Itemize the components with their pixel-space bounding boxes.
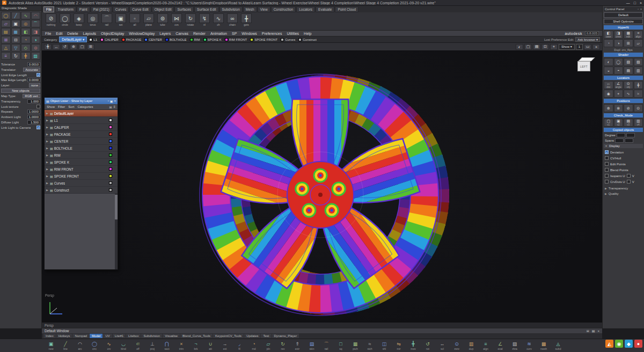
- layer-color-chip[interactable]: [109, 146, 112, 150]
- shelf-tab[interactable]: Object Edit: [152, 6, 174, 12]
- shelf-tool-button[interactable]: ⋈ cvs: [170, 13, 183, 27]
- link-light-checkbox[interactable]: [36, 126, 40, 129]
- copied-objects-header[interactable]: Copied objects: [604, 128, 643, 132]
- shelf-tool-button[interactable]: ⋂ sect: [160, 341, 174, 350]
- transparency-field[interactable]: 1.000: [27, 99, 40, 104]
- panel-tool-button[interactable]: ▤ v3: [624, 119, 633, 127]
- shelf-tab[interactable]: Surface Edit: [194, 6, 218, 12]
- palette-tool-button[interactable]: ◑: [31, 36, 41, 43]
- display-checkbox[interactable]: [605, 168, 609, 172]
- spans-field-v[interactable]: [625, 138, 633, 143]
- panel-close-button[interactable]: ×: [640, 8, 642, 11]
- shelf-tab[interactable]: Transform: [55, 6, 76, 12]
- shelf-tab[interactable]: Pal (2021): [91, 6, 112, 12]
- lister-close-button[interactable]: ×: [114, 99, 116, 102]
- shelf-tool-button[interactable]: ≈ stch: [363, 341, 377, 350]
- layer-row[interactable]: ▶ ▤ CALIPER: [45, 124, 118, 131]
- shelf-tool-button[interactable]: ◬ subd: [551, 341, 565, 350]
- palette-tool-button[interactable]: ⊟: [11, 36, 21, 43]
- layer-chip[interactable]: Construct: [298, 38, 317, 41]
- layer-row[interactable]: ▶ ▤ SPOKE FRONT: [45, 173, 118, 180]
- shelf-tool-button[interactable]: ▥ dup: [464, 341, 478, 350]
- panel-tool-button[interactable]: ▤: [624, 67, 633, 75]
- map-type-dropdown[interactable]: RGB vert: [23, 94, 40, 98]
- lister-scrollbar-thumb[interactable]: [115, 195, 118, 219]
- layer-color-chip[interactable]: [109, 119, 112, 122]
- shelf-tool-button[interactable]: ╋ mov: [406, 341, 420, 350]
- palette-tool-button[interactable]: ▦: [11, 28, 21, 35]
- layer-color-chip[interactable]: [109, 133, 112, 136]
- layer-color-chip[interactable]: [109, 188, 112, 192]
- expand-arrow-icon[interactable]: ▶: [46, 167, 49, 171]
- panel-tool-button[interactable]: ▧: [634, 58, 643, 66]
- positions-section-header[interactable]: Positions: [604, 99, 643, 103]
- display-checkbox[interactable]: [605, 174, 609, 178]
- minimize-button[interactable]: —: [626, 1, 630, 5]
- shelf-tool-button[interactable]: ↻ rotate: [184, 13, 197, 27]
- panel-tool-button[interactable]: ◨ crest: [614, 31, 624, 39]
- shelf-tool-button[interactable]: ∠ eval: [493, 341, 507, 350]
- palette-tool-button[interactable]: ◧: [21, 28, 31, 35]
- shelf-tab[interactable]: Subdivision: [219, 6, 243, 12]
- panel-tool-button[interactable]: ◑: [614, 39, 624, 47]
- ambient-field[interactable]: 1.0000: [27, 115, 40, 119]
- lister-menu-item[interactable]: Categories: [77, 105, 93, 108]
- palette-tool-button[interactable]: ▨: [31, 52, 41, 60]
- viewport-tool-button[interactable]: ╋: [44, 44, 52, 50]
- expand-arrow-icon[interactable]: ▶: [46, 126, 49, 129]
- shelf-tool-button[interactable]: ◡ blnd: [116, 341, 130, 350]
- panel-tool-button[interactable]: ▨: [624, 58, 633, 66]
- shell-optimize-button[interactable]: Shell Optimize: [604, 19, 643, 24]
- palette-tool-button[interactable]: △: [1, 44, 11, 52]
- bottom-shelf-tab[interactable]: Hotkeys: [56, 334, 72, 338]
- shelf-tool-button[interactable]: ↯ nl: [198, 13, 211, 27]
- bottom-shelf-tab[interactable]: Model: [90, 334, 103, 338]
- shelf-tool-button[interactable]: ≡ algn: [479, 341, 493, 350]
- shelf-tool-button[interactable]: ◠ arc: [73, 341, 87, 350]
- menu-item[interactable]: WindowDisplay: [129, 32, 155, 35]
- expand-arrow-icon[interactable]: ▶: [46, 181, 49, 185]
- shelf-tool-button[interactable]: ⊜ tube: [156, 13, 169, 27]
- shelf-tool-button[interactable]: ⊥ proj: [145, 341, 159, 350]
- panel-tool-button[interactable]: ⊕: [604, 104, 613, 112]
- maximize-button[interactable]: □: [634, 1, 636, 5]
- panel-tool-button[interactable]: ◓: [614, 67, 624, 75]
- palette-tool-button[interactable]: ⌒: [31, 20, 41, 27]
- expand-arrow-icon[interactable]: ▶: [46, 174, 49, 178]
- tolerance-field[interactable]: 0.0010: [27, 62, 40, 67]
- bottom-shelf-tab[interactable]: Index: [43, 334, 56, 338]
- shelf-tool-button[interactable]: ↺ rot: [421, 341, 435, 350]
- viewport-tool-button[interactable]: ◐: [516, 44, 523, 50]
- shelf-tool-button[interactable]: ¬ brk: [189, 341, 203, 350]
- panel-tool-button[interactable]: ▥: [634, 67, 643, 75]
- shelf-tool-button[interactable]: ▦ ptch: [348, 341, 362, 350]
- shelf-tab[interactable]: Construction: [271, 6, 296, 12]
- shelf-tab[interactable]: View: [258, 6, 270, 12]
- shader-section-header[interactable]: Shader: [604, 53, 643, 57]
- panel-tool-button[interactable]: ◯: [614, 58, 624, 66]
- menu-item[interactable]: SP: [232, 32, 237, 35]
- shelf-tool-button[interactable]: ▱ plane: [142, 13, 155, 27]
- palette-tool-button[interactable]: ◠: [31, 12, 41, 19]
- shelf-tool-button[interactable]: ◔ rnd: [247, 341, 261, 350]
- panel-tool-button[interactable]: ◐: [604, 58, 613, 66]
- layer-color-chip[interactable]: [109, 160, 112, 164]
- shelf-tool-button[interactable]: ▣ new: [44, 341, 58, 350]
- shelf-tool-button[interactable]: ◈ keep: [72, 13, 85, 27]
- app-shortcut-icon[interactable]: ◆: [625, 340, 633, 348]
- shelf-tool-button[interactable]: ⇋ mir: [392, 341, 406, 350]
- panel-tool-button[interactable]: ⊘: [624, 104, 633, 112]
- palette-tool-button[interactable]: ⊞: [1, 36, 11, 43]
- panel-tool-button[interactable]: ≡ align: [634, 31, 643, 39]
- layer-chip[interactable]: SPOKE FRONT: [250, 38, 277, 41]
- collapsed-section-row[interactable]: ▶ Transparency: [604, 186, 643, 191]
- palette-tool-button[interactable]: ↻: [11, 52, 21, 60]
- viewport-tool-button[interactable]: ⊡: [541, 44, 549, 50]
- lister-menu-item[interactable]: Sort: [68, 105, 74, 108]
- layer-color-chip[interactable]: [109, 126, 112, 129]
- layer-row[interactable]: ▶ ▤ SPOKE K: [45, 159, 118, 166]
- display-checkbox-v[interactable]: [627, 174, 631, 178]
- lister-menu-item[interactable]: Show: [47, 105, 55, 108]
- menu-item[interactable]: Preferences: [262, 32, 282, 35]
- translator-dropdown[interactable]: Accurate: [23, 68, 40, 72]
